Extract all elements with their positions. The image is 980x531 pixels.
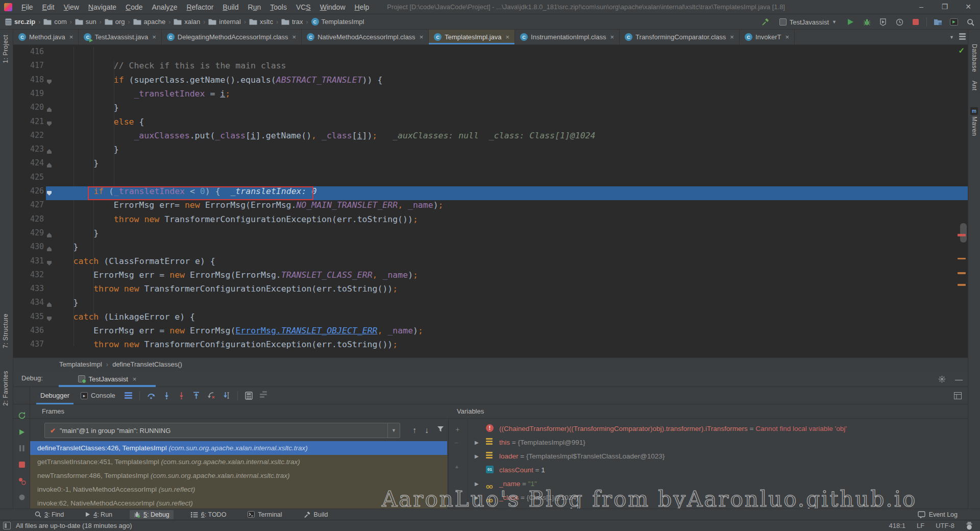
variable-row-_name[interactable]: ▶oo_name = "1": [469, 477, 968, 491]
stripe-button-1-project[interactable]: 1: Project: [2, 35, 9, 63]
close-icon[interactable]: ×: [292, 33, 297, 41]
fold-marker-icon[interactable]: [47, 80, 52, 84]
stripe-button-database[interactable]: Database: [971, 44, 978, 72]
breadcrumb-org[interactable]: org: [104, 18, 126, 26]
search-everywhere-icon[interactable]: [965, 16, 976, 28]
code-text[interactable]: }: [53, 228, 99, 238]
expand-icon[interactable]: ▶: [475, 436, 479, 449]
breadcrumb-sun[interactable]: sun: [74, 18, 97, 26]
menu-item-edit[interactable]: Edit: [38, 0, 59, 14]
view-breakpoints-icon[interactable]: [17, 476, 27, 486]
project-structure-icon[interactable]: [932, 16, 943, 28]
line-number[interactable]: 429: [17, 228, 44, 237]
editor-tab-TestJavassist.java[interactable]: CTestJavassist.java×: [79, 30, 161, 44]
stripe-button-2-favorites[interactable]: 2: Favorites: [2, 371, 9, 406]
editor-tab-TemplatesImpl.java[interactable]: CTemplatesImpl.java×: [429, 30, 515, 44]
menu-item-build[interactable]: Build: [218, 0, 243, 14]
expand-icon[interactable]: ▶: [475, 504, 479, 509]
code-text[interactable]: if (superClass.getName().equals(ABSTRACT…: [53, 75, 382, 85]
fold-marker-icon[interactable]: [47, 317, 52, 321]
fold-marker-icon[interactable]: [47, 107, 52, 112]
step-into-icon[interactable]: [163, 392, 170, 399]
code-text[interactable]: }: [53, 242, 79, 252]
run-anything-icon[interactable]: [948, 16, 960, 28]
stop-icon[interactable]: [17, 460, 27, 470]
code-text[interactable]: }: [53, 144, 119, 154]
warning-stripe-mark[interactable]: [958, 284, 966, 286]
resume-icon[interactable]: [17, 427, 27, 437]
variable-row-_transletIndex[interactable]: ▶oo_transletIndex = 0: [469, 504, 968, 509]
variable-row-classCount[interactable]: 01classCount = 1: [469, 463, 968, 477]
menu-item-window[interactable]: Window: [315, 0, 350, 14]
layout-settings-icon[interactable]: [260, 390, 267, 401]
line-number[interactable]: 422: [17, 131, 44, 140]
code-text[interactable]: _transletIndex = i;: [53, 89, 230, 99]
tool-window-button-terminal[interactable]: Terminal: [243, 510, 286, 519]
minimize-button[interactable]: –: [910, 0, 933, 14]
editor-tab-NativeMethodAccessorImpl.class[interactable]: CNativeMethodAccessorImpl.class×: [302, 30, 429, 44]
file-encoding[interactable]: UTF-8: [936, 522, 954, 529]
code-text[interactable]: ErrorMsg err = new ErrorMsg(ErrorMsg.TRA…: [53, 326, 423, 335]
fold-marker-icon[interactable]: [47, 149, 52, 154]
code-text[interactable]: else {: [53, 117, 144, 127]
next-frame-icon[interactable]: ↓: [425, 426, 429, 435]
editor-tab-Method.java[interactable]: CMethod.java×: [13, 30, 79, 44]
breadcrumb-TemplatesImpl[interactable]: CTemplatesImpl: [310, 18, 365, 26]
line-number[interactable]: 427: [17, 200, 44, 209]
variable-row-loader[interactable]: ▶loader = {TemplatesImpl$TransletClassLo…: [469, 449, 968, 463]
menu-item-run[interactable]: Run: [243, 0, 266, 14]
menu-item-vcs[interactable]: VCS: [291, 0, 315, 14]
menu-item-analyze[interactable]: Analyze: [148, 0, 182, 14]
frame-row[interactable]: defineTransletClasses:426, TemplatesImpl…: [30, 441, 447, 455]
line-number[interactable]: 420: [17, 103, 44, 112]
close-icon[interactable]: ×: [786, 33, 790, 41]
stripe-button-ant[interactable]: Ant: [971, 81, 978, 91]
line-number[interactable]: 431: [17, 256, 44, 266]
close-icon[interactable]: ×: [420, 33, 424, 41]
close-icon[interactable]: ×: [69, 33, 74, 41]
expand-icon[interactable]: ▶: [475, 449, 479, 463]
run-to-cursor-icon[interactable]: [223, 392, 230, 399]
hide-tabs-icon[interactable]: ▼: [949, 35, 954, 40]
step-over-icon[interactable]: [147, 392, 156, 399]
fold-marker-icon[interactable]: [47, 191, 52, 196]
drop-frame-icon[interactable]: [207, 392, 215, 399]
close-button[interactable]: ✕: [957, 0, 980, 14]
code-text[interactable]: // Check if this is the main class: [53, 61, 286, 70]
breadcrumb-trax[interactable]: trax: [280, 18, 304, 26]
close-icon[interactable]: ×: [610, 33, 615, 41]
build-hammer-icon[interactable]: [760, 16, 771, 28]
error-stripe-mark[interactable]: [958, 234, 966, 236]
force-step-into-icon[interactable]: [178, 392, 185, 399]
fold-marker-icon[interactable]: [47, 122, 52, 126]
thread-dropdown[interactable]: ✔ "main"@1 in group "main": RUNNING ▼: [44, 423, 400, 438]
tab-debugger[interactable]: Debugger: [38, 387, 71, 404]
add-watch-icon[interactable]: ＋: [454, 425, 461, 434]
tab-console[interactable]: ▸Console: [79, 387, 117, 404]
menu-item-file[interactable]: File: [17, 0, 38, 14]
breadcrumb-xalan[interactable]: xalan: [173, 18, 201, 26]
mute-breakpoints-icon[interactable]: [17, 492, 27, 502]
line-number[interactable]: 434: [17, 298, 44, 307]
filter-frames-icon[interactable]: [437, 426, 444, 435]
line-number[interactable]: 428: [17, 214, 44, 224]
restore-layout-icon[interactable]: [954, 392, 962, 399]
line-number[interactable]: 424: [17, 158, 44, 167]
breadcrumb-src.zip[interactable]: src.zip: [4, 18, 36, 26]
code-editor[interactable]: 416417// Check if this is the main class…: [13, 45, 968, 357]
menu-item-refactor[interactable]: Refactor: [182, 0, 218, 14]
run-config-selector[interactable]: TestJavassist ▼: [776, 17, 840, 27]
tool-window-button-debug[interactable]: 5: Debug: [130, 510, 174, 519]
code-text[interactable]: ErrorMsg err= new ErrorMsg(ErrorMsg.NO_M…: [53, 200, 444, 210]
menu-item-code[interactable]: Code: [121, 0, 147, 14]
breadcrumb-internal[interactable]: internal: [207, 18, 242, 26]
fold-marker-icon[interactable]: [47, 261, 52, 266]
line-number[interactable]: 426: [17, 186, 44, 196]
tool-window-button-todo[interactable]: 6: TODO: [187, 510, 231, 519]
remove-watch-icon[interactable]: −: [454, 439, 458, 447]
code-text[interactable]: throw new TransformerConfigurationExcept…: [53, 214, 418, 224]
menu-item-view[interactable]: View: [59, 0, 84, 14]
breadcrumb-apache[interactable]: apache: [132, 18, 167, 26]
evaluate-expression-icon[interactable]: [245, 392, 253, 400]
editor-tab-InstrumentationImpl.class[interactable]: CInstrumentationImpl.class×: [515, 30, 620, 44]
